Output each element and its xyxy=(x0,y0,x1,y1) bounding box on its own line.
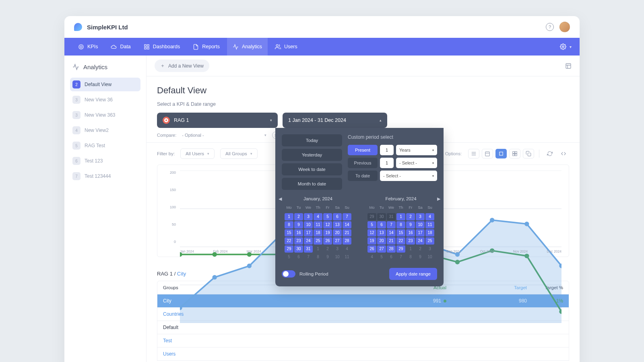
calendar-day[interactable]: 8 xyxy=(406,253,415,261)
avatar[interactable] xyxy=(559,22,570,32)
layout-icon[interactable] xyxy=(565,63,572,69)
sidebar-item[interactable]: 6Test 123 xyxy=(70,154,140,168)
nav-data[interactable]: Data xyxy=(105,38,136,56)
calendar-day[interactable]: 25 xyxy=(314,237,322,245)
calendar-day[interactable]: 28 xyxy=(343,237,351,245)
calendar-day[interactable]: 28 xyxy=(387,245,396,253)
calendar-day[interactable]: 2 xyxy=(323,245,332,253)
copy-button[interactable] xyxy=(523,149,534,158)
calendar-day[interactable]: 9 xyxy=(406,221,415,228)
sidebar-item[interactable]: 7Test 123444 xyxy=(70,169,140,183)
calendar-day[interactable]: 29 xyxy=(285,245,293,253)
calendar-day[interactable]: 21 xyxy=(343,229,351,237)
calendar-day[interactable]: 11 xyxy=(343,253,351,261)
calendar-day[interactable]: 27 xyxy=(377,245,386,253)
calendar-day[interactable]: 5 xyxy=(377,253,386,261)
calendar-day[interactable]: 10 xyxy=(416,221,425,228)
calendar-day[interactable]: 8 xyxy=(396,221,405,228)
calendar-day[interactable]: 16 xyxy=(294,229,303,237)
calendar-day[interactable]: 23 xyxy=(294,237,303,245)
calendar-day[interactable]: 3 xyxy=(333,245,342,253)
calendar-day[interactable]: 8 xyxy=(314,253,322,261)
quick-week-to-date[interactable]: Week to date xyxy=(282,163,342,175)
calendar-day[interactable]: 4 xyxy=(343,245,351,253)
apply-date-range-button[interactable]: Apply date range xyxy=(389,268,437,280)
calendar-day[interactable]: 18 xyxy=(314,229,322,237)
refresh-button[interactable] xyxy=(544,149,555,158)
calendar-day[interactable]: 20 xyxy=(333,229,342,237)
calendar-day[interactable]: 9 xyxy=(416,253,425,261)
sidebar-item[interactable]: 3New View 36 xyxy=(70,93,140,107)
calendar-day[interactable]: 16 xyxy=(406,229,415,237)
present-tag[interactable]: Present xyxy=(348,145,378,155)
calendar-day[interactable]: 26 xyxy=(367,245,376,253)
filter-users-select[interactable]: All Users▾ xyxy=(180,148,215,159)
calendar-day[interactable]: 25 xyxy=(425,237,434,245)
calendar-day[interactable]: 6 xyxy=(294,253,303,261)
calendar-day[interactable]: 26 xyxy=(323,237,332,245)
view-list-button[interactable] xyxy=(468,149,479,158)
calendar-day[interactable]: 10 xyxy=(304,221,313,228)
calendar-day[interactable]: 29 xyxy=(367,213,376,220)
calendar-day[interactable]: 3 xyxy=(425,245,434,253)
help-icon[interactable]: ? xyxy=(546,23,554,31)
settings-menu[interactable]: ▾ xyxy=(560,43,572,50)
nav-users[interactable]: Users xyxy=(269,38,303,56)
expand-button[interactable] xyxy=(558,149,569,158)
calendar-day[interactable]: 5 xyxy=(367,221,376,228)
previous-num-input[interactable]: 1 xyxy=(380,158,394,168)
calendar-day[interactable]: 2 xyxy=(416,245,425,253)
calendar-day[interactable]: 9 xyxy=(323,253,332,261)
quick-month-to-date[interactable]: Month to date xyxy=(282,178,342,190)
calendar-day[interactable]: 7 xyxy=(343,213,351,220)
add-view-button[interactable]: ＋ Add a New View xyxy=(155,60,209,72)
calendar-day[interactable]: 21 xyxy=(387,237,396,245)
calendar-day[interactable]: 7 xyxy=(387,221,396,228)
calendar-day[interactable]: 15 xyxy=(285,229,293,237)
prev-month-button[interactable]: ◀ xyxy=(279,196,282,202)
kpi-select[interactable]: RAG 1 ▾ xyxy=(157,113,278,128)
todate-unit-select[interactable]: - Select -▾ xyxy=(380,171,437,181)
calendar-day[interactable]: 20 xyxy=(377,237,386,245)
calendar-day[interactable]: 19 xyxy=(323,229,332,237)
calendar-day[interactable]: 30 xyxy=(377,213,386,220)
calendar-day[interactable]: 1 xyxy=(285,213,293,220)
date-range-select[interactable]: 1 Jan 2024 - 31 Dec 2024 ▴ xyxy=(283,113,387,128)
calendar-day[interactable]: 10 xyxy=(425,253,434,261)
calendar-day[interactable]: 4 xyxy=(314,213,322,220)
calendar-day[interactable]: 24 xyxy=(304,237,313,245)
calendar-day[interactable]: 1 xyxy=(314,245,322,253)
quick-yesterday[interactable]: Yesterday xyxy=(282,149,342,161)
nav-analytics[interactable]: Analytics xyxy=(227,38,268,56)
calendar-day[interactable]: 7 xyxy=(396,253,405,261)
todate-tag[interactable]: To date xyxy=(348,171,378,181)
calendar-day[interactable]: 7 xyxy=(304,253,313,261)
calendar-day[interactable]: 17 xyxy=(304,229,313,237)
calendar-day[interactable]: 14 xyxy=(387,229,396,237)
calendar-day[interactable]: 13 xyxy=(333,221,342,228)
calendar-day[interactable]: 3 xyxy=(304,213,313,220)
calendar-day[interactable]: 3 xyxy=(416,213,425,220)
calendar-day[interactable]: 2 xyxy=(406,213,415,220)
calendar-day[interactable]: 8 xyxy=(285,221,293,228)
rolling-period-toggle[interactable]: Rolling Period xyxy=(282,270,328,278)
view-single-button[interactable] xyxy=(495,149,507,158)
calendar-day[interactable]: 27 xyxy=(333,237,342,245)
present-num-input[interactable]: 1 xyxy=(380,145,394,155)
calendar-day[interactable]: 23 xyxy=(406,237,415,245)
compare-select[interactable]: - Optional - ▾ xyxy=(182,131,266,139)
calendar-day[interactable]: 11 xyxy=(425,221,434,228)
sidebar-item[interactable]: 4New View2 xyxy=(70,123,140,137)
calendar-day[interactable]: 1 xyxy=(406,245,415,253)
table-row[interactable]: Users xyxy=(157,348,569,361)
previous-unit-select[interactable]: - Select -▾ xyxy=(396,158,437,168)
calendar-day[interactable]: 19 xyxy=(367,237,376,245)
calendar-day[interactable]: 30 xyxy=(294,245,303,253)
calendar-day[interactable]: 1 xyxy=(396,213,405,220)
view-grid-button[interactable] xyxy=(509,149,520,158)
calendar-day[interactable]: 12 xyxy=(367,229,376,237)
sidebar-item[interactable]: 2Default View xyxy=(70,78,140,91)
calendar-day[interactable]: 13 xyxy=(377,229,386,237)
calendar-day[interactable]: 31 xyxy=(304,245,313,253)
nav-reports[interactable]: Reports xyxy=(187,38,225,56)
